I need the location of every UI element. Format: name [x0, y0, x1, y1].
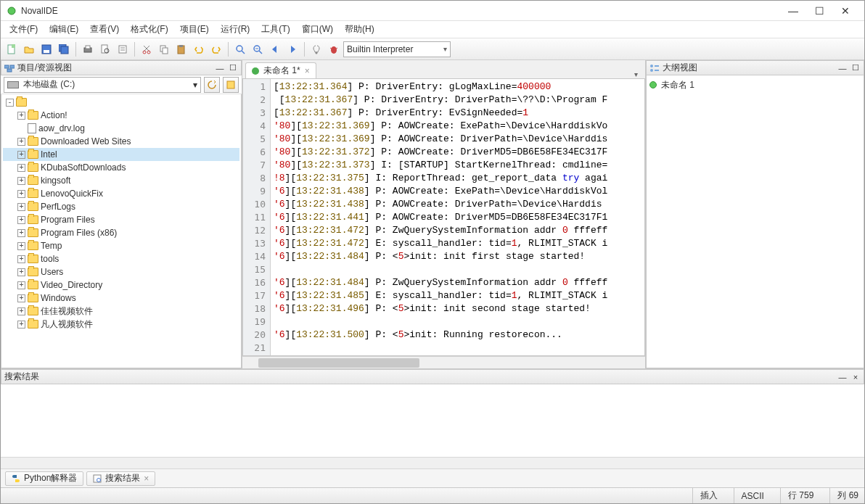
new-file-icon[interactable] [4, 41, 20, 57]
toolbar: Builtin Interpreter ▾ [1, 38, 864, 60]
menu-item[interactable]: 运行(R) [215, 22, 256, 37]
editor-tab[interactable]: 未命名 1* × [245, 62, 316, 78]
tree-item[interactable]: +Program Files [3, 213, 239, 226]
status-line: 行 759 [780, 488, 813, 503]
tree-item[interactable]: +LenovoQuickFix [3, 187, 239, 200]
tree-item[interactable]: - [3, 96, 239, 109]
expander-icon[interactable]: + [17, 307, 25, 315]
expander-icon[interactable]: + [17, 216, 25, 224]
code-view[interactable]: [13:22:31.364] P: DriverEntry: gLogMaxLi… [271, 79, 644, 355]
maximize-button[interactable]: ☐ [806, 3, 832, 19]
tab-search-results[interactable]: 搜索结果 × [86, 471, 155, 486]
tree-item[interactable]: +Action! [3, 109, 239, 122]
panel-min-button[interactable]: — [837, 372, 848, 382]
tree-item[interactable]: +Users [3, 265, 239, 278]
drive-dropdown[interactable]: 本地磁盘 (C:) ▾ [4, 77, 201, 93]
search-panel-title: 搜索结果 [4, 371, 835, 383]
expander-icon[interactable]: + [17, 190, 25, 198]
run-icon[interactable] [308, 41, 324, 57]
search-list-icon [93, 474, 102, 483]
svg-rect-30 [10, 65, 15, 68]
menu-item[interactable]: 帮助(H) [339, 22, 380, 37]
copy-icon[interactable] [156, 41, 172, 57]
tree-item[interactable]: +kingsoft [3, 174, 239, 187]
menu-item[interactable]: 编辑(E) [44, 22, 84, 37]
minimize-button[interactable]: — [780, 3, 806, 19]
print-icon[interactable] [80, 41, 96, 57]
redo-icon[interactable] [208, 41, 224, 57]
open-icon[interactable] [21, 41, 37, 57]
search-results-panel: 搜索结果 — × [1, 368, 864, 468]
expander-icon[interactable]: + [17, 229, 25, 237]
tree-item[interactable]: +PerfLogs [3, 200, 239, 213]
properties-icon[interactable] [115, 41, 131, 57]
expander-icon[interactable]: + [17, 177, 25, 185]
menu-item[interactable]: 工具(T) [255, 22, 295, 37]
tree-item[interactable]: +Downloaded Web Sites [3, 135, 239, 148]
tab-close-icon[interactable]: × [305, 66, 310, 76]
tree-item[interactable]: +凡人视频软件 [3, 318, 239, 331]
expander-icon[interactable]: + [17, 138, 25, 146]
menu-item[interactable]: 格式化(F) [125, 22, 173, 37]
menu-item[interactable]: 查看(V) [84, 22, 125, 37]
tree-item[interactable]: +Program Files (x86) [3, 226, 239, 239]
refresh-button[interactable] [204, 77, 220, 93]
expander-icon[interactable]: + [17, 164, 25, 172]
panel-close-button[interactable]: ☐ [228, 63, 238, 73]
panel-min-button[interactable]: — [837, 63, 848, 73]
save-all-icon[interactable] [56, 41, 72, 57]
folder-icon [28, 241, 38, 250]
panel-close-button[interactable]: × [850, 372, 861, 382]
toggle-button[interactable] [223, 77, 239, 93]
search-icon[interactable] [232, 41, 248, 57]
tab-python-interpreter[interactable]: Python解释器 [5, 471, 83, 486]
panel-min-button[interactable]: — [215, 63, 225, 73]
tab-close-icon[interactable]: × [144, 474, 149, 484]
app-icon [7, 6, 17, 16]
tree-item[interactable]: +佳佳视频软件 [3, 305, 239, 318]
expander-icon[interactable]: + [17, 242, 25, 250]
back-icon[interactable] [267, 41, 283, 57]
tree-item[interactable]: aow_drv.log [3, 122, 239, 135]
tree-item[interactable]: +KDubaSoftDownloads [3, 161, 239, 174]
paste-icon[interactable] [173, 41, 189, 57]
cut-icon[interactable] [139, 41, 155, 57]
tree-item[interactable]: +Video_Directory [3, 278, 239, 292]
undo-icon[interactable] [191, 41, 207, 57]
forward-icon[interactable] [284, 41, 300, 57]
search-scrollbar[interactable] [1, 457, 864, 468]
expander-icon[interactable]: + [17, 255, 25, 263]
horizontal-scrollbar[interactable] [242, 356, 645, 368]
svg-rect-11 [119, 46, 126, 53]
gutter: 123456789101112131415161718192021 [243, 79, 271, 355]
panel-close-button[interactable]: ☐ [850, 63, 861, 73]
debug-icon[interactable] [326, 41, 342, 57]
expander-icon[interactable]: + [17, 112, 25, 120]
expander-icon[interactable]: - [6, 99, 14, 107]
expander-icon[interactable]: + [17, 151, 25, 159]
tree-item[interactable]: +Windows [3, 292, 239, 305]
expander-icon[interactable]: + [17, 281, 25, 289]
expander-icon[interactable]: + [17, 294, 25, 302]
search-results-body[interactable] [1, 384, 864, 457]
tree-item[interactable]: +Temp [3, 239, 239, 252]
interpreter-dropdown[interactable]: Builtin Interpreter ▾ [343, 41, 451, 57]
tab-overflow-icon[interactable]: ▾ [630, 70, 642, 78]
folder-icon [28, 255, 38, 263]
close-button[interactable]: ✕ [832, 3, 858, 19]
menu-item[interactable]: 窗口(W) [296, 22, 339, 37]
expander-icon[interactable]: + [17, 268, 25, 276]
find-in-files-icon[interactable] [97, 41, 113, 57]
save-icon[interactable] [38, 41, 54, 57]
zoom-reset-icon[interactable] [250, 41, 266, 57]
tree-item-label: aow_drv.log [38, 123, 85, 133]
menu-item[interactable]: 文件(F) [4, 22, 44, 37]
expander-icon[interactable]: + [17, 321, 25, 329]
menu-item[interactable]: 项目(E) [174, 22, 215, 37]
tree-item[interactable]: +Intel [3, 148, 239, 161]
folder-icon [28, 281, 38, 289]
file-tree[interactable]: -+Action!aow_drv.log+Downloaded Web Site… [1, 94, 242, 368]
outline-item[interactable]: 未命名 1 [649, 78, 861, 91]
tree-item[interactable]: +tools [3, 252, 239, 265]
expander-icon[interactable]: + [17, 203, 25, 211]
